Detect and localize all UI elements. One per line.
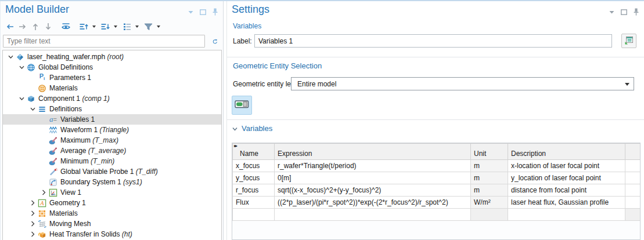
tree-item[interactable]: Average (T_average): [3, 146, 221, 156]
chevron-down-icon[interactable]: [608, 8, 615, 16]
cell-unit[interactable]: [471, 209, 508, 221]
tree-item[interactable]: Component 1 (comp 1): [3, 93, 221, 104]
filter-menu-caret[interactable]: [157, 26, 160, 28]
refresh-icon[interactable]: [208, 35, 221, 47]
tree-item[interactable]: Boundary System 1 (sys1): [3, 177, 221, 187]
tree-item[interactable]: Minimum (T_min): [3, 156, 221, 166]
filter-icon[interactable]: [143, 21, 154, 32]
expand-all-icon[interactable]: [100, 21, 111, 32]
cell-name[interactable]: r_focus: [233, 184, 275, 197]
tree-item-tag: (T_min): [89, 157, 115, 165]
float-icon[interactable]: [199, 8, 206, 16]
move-up-icon[interactable]: [30, 21, 41, 32]
chevron-expanded-icon[interactable]: [17, 94, 26, 103]
chevron-collapsed-icon[interactable]: [28, 209, 37, 218]
tree-item-label: Average (T_average): [60, 147, 126, 155]
cell-extra[interactable]: [625, 160, 641, 172]
tree-item[interactable]: Moving Mesh: [3, 219, 221, 229]
tree-item-label: Minimum (T_min): [60, 157, 114, 165]
cell-unit[interactable]: m: [471, 184, 508, 197]
back-arrow-icon[interactable]: [4, 21, 15, 32]
chevron-down-icon[interactable]: [187, 8, 194, 16]
chevron-spacer: [39, 115, 48, 124]
settings-panel: Settings Variables Label: Geometric Enti…: [226, 1, 644, 240]
variables-section-header[interactable]: Variables: [232, 124, 272, 133]
tree-item-label: Waveform 1 (Triangle): [60, 126, 129, 134]
cell-extra[interactable]: [625, 184, 641, 197]
tree-item-label: Materials: [49, 84, 78, 92]
chevron-spacer: [39, 167, 48, 176]
cell-unit[interactable]: W/m²: [471, 197, 508, 209]
cell-expression[interactable]: r_wafer*Triangle(t/period): [275, 160, 471, 172]
collapse-all-menu-caret[interactable]: [92, 26, 96, 28]
collapse-all-icon[interactable]: [78, 21, 89, 32]
forward-arrow-icon[interactable]: [17, 21, 28, 32]
materials-component-icon: [37, 209, 47, 218]
cell-extra[interactable]: [625, 209, 641, 221]
coupling-icon: [48, 157, 58, 166]
node-text-menu-caret[interactable]: [135, 26, 139, 28]
float-icon[interactable]: [620, 8, 627, 16]
active-toggle-button[interactable]: [232, 96, 252, 115]
cell-expression[interactable]: 0[m]: [275, 172, 471, 184]
cell-description[interactable]: laser heat flux, Gaussian profile: [508, 197, 625, 209]
tree-item[interactable]: Materials: [3, 208, 221, 219]
variables-table: ▸▸NameExpressionUnitDescriptionx_focusr_…: [232, 143, 641, 221]
tree-item[interactable]: View 1: [3, 187, 221, 198]
cell-name[interactable]: Flux: [233, 197, 275, 209]
chevron-expanded-icon[interactable]: [6, 52, 15, 61]
chevron-collapsed-icon[interactable]: [28, 219, 37, 228]
cell-name[interactable]: [233, 209, 275, 221]
cell-description[interactable]: [508, 209, 625, 221]
chevron-spacer: [28, 73, 37, 82]
label-input[interactable]: [254, 34, 612, 48]
tree-item[interactable]: Heat Transfer in Solids (ht): [3, 229, 221, 239]
tree-item[interactable]: Waveform 1 (Triangle): [3, 125, 221, 135]
tree-item[interactable]: laser_heating_wafer.mph (root): [3, 52, 221, 62]
cell-unit[interactable]: m: [471, 160, 508, 172]
chevron-collapsed-icon[interactable]: [39, 188, 48, 197]
cell-expression[interactable]: sqrt((x-x_focus)^2+(y-y_focus)^2): [275, 184, 471, 197]
tree-item[interactable]: a=Variables 1: [3, 114, 221, 125]
cell-expression[interactable]: ((2*p_laser)/(pi*r_spot^2))*exp(-(2*r_fo…: [275, 197, 471, 209]
cell-extra[interactable]: [625, 172, 641, 184]
coupling-icon: [48, 136, 58, 145]
chevron-expanded-icon[interactable]: [17, 63, 26, 72]
globe-icon: [26, 63, 36, 72]
section-chevron-icon: [232, 124, 238, 133]
tree-item-label: Geometry 1: [49, 199, 86, 207]
cell-description[interactable]: x-location of laser focal point: [508, 160, 625, 172]
form-editor-button[interactable]: [621, 34, 636, 48]
show-icon[interactable]: [60, 21, 71, 32]
table-corner-icon[interactable]: ▸▸: [234, 144, 236, 148]
chevron-expanded-icon[interactable]: [28, 104, 37, 114]
tree-item[interactable]: Global Definitions: [3, 62, 221, 72]
move-down-icon[interactable]: [42, 21, 53, 32]
chevron-collapsed-icon[interactable]: [28, 198, 37, 208]
cell-name[interactable]: y_focus: [233, 172, 275, 184]
cell-name[interactable]: x_focus: [233, 160, 275, 172]
tree-item[interactable]: AGeometry 1: [3, 198, 221, 208]
pin-icon[interactable]: [632, 8, 639, 16]
tree-item[interactable]: Global Variable Probe 1 (T_diff): [3, 166, 221, 177]
cell-description[interactable]: y_location of laser focal point: [508, 172, 625, 184]
filter-input[interactable]: [3, 35, 205, 48]
tree-item[interactable]: Maximum (T_max): [3, 135, 221, 146]
cell-expression[interactable]: [275, 209, 471, 221]
pin-icon[interactable]: [211, 8, 218, 16]
chevron-collapsed-icon[interactable]: [28, 230, 37, 239]
tree-item-label: Variables 1: [60, 115, 95, 123]
tree-item[interactable]: Definitions: [3, 104, 221, 114]
tree-item-label: Global Variable Probe 1 (T_diff): [60, 168, 158, 176]
expand-all-menu-caret[interactable]: [114, 26, 117, 28]
table-row: r_focussqrt((x-x_focus)^2+(y-y_focus)^2)…: [233, 184, 641, 197]
geometric-entity-level-select[interactable]: Entire model: [291, 77, 634, 90]
tree-item[interactable]: PiParameters 1: [3, 72, 221, 83]
tree-item-label: Global Definitions: [38, 63, 93, 71]
node-text-icon[interactable]: [121, 21, 132, 32]
cell-description[interactable]: distance from focal point: [508, 184, 625, 197]
cell-unit[interactable]: m: [471, 172, 508, 184]
tree-item[interactable]: Materials: [3, 83, 221, 93]
tree-item-label: Heat Transfer in Solids (ht): [49, 230, 132, 238]
cell-extra[interactable]: [625, 197, 641, 209]
